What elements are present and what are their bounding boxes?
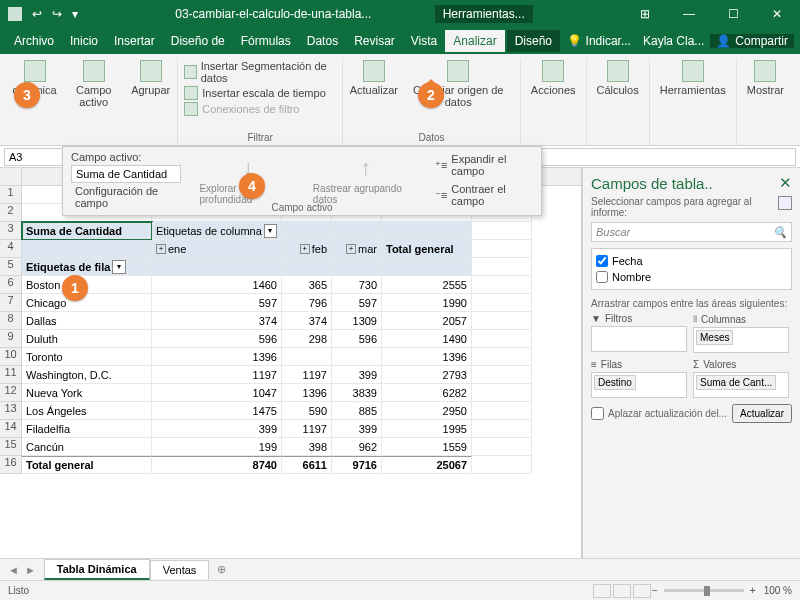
sheet-tab-tabla-dinamica[interactable]: Tabla Dinámica (44, 559, 150, 580)
tab-insertar[interactable]: Insertar (106, 30, 163, 52)
status-bar: Listo − + 100 % (0, 580, 800, 600)
contraer-campo-button[interactable]: ⁻≡ Contraer el campo (435, 183, 533, 207)
update-button[interactable]: Actualizar (732, 404, 792, 423)
share-button[interactable]: 👤 Compartir (710, 34, 794, 48)
status-ready: Listo (8, 585, 29, 596)
zoom-level: 100 % (764, 585, 792, 596)
title-bar: ↩ ↪ ▾ 03-cambiar-el-calculo-de-una-tabla… (0, 0, 800, 28)
callout-4: 4 (239, 173, 265, 199)
escala-tiempo-button[interactable]: Insertar escala de tiempo (184, 86, 336, 100)
rastrear-datos-button[interactable]: ↑Rastrear agrupando datos (313, 155, 419, 205)
area-valores[interactable]: Σ Valores Suma de Cant... (693, 359, 789, 398)
tab-analizar[interactable]: Analizar (445, 30, 504, 52)
minimize-icon[interactable]: — (674, 7, 704, 21)
tab-vista[interactable]: Vista (403, 30, 445, 52)
tab-diseno[interactable]: Diseño (507, 30, 560, 52)
save-icon[interactable] (8, 7, 22, 21)
herramientas-button[interactable]: Herramientas (656, 58, 730, 145)
field-pane-subtitle: Seleccionar campos para agregar al infor… (591, 196, 772, 218)
field-nombre[interactable]: Nombre (596, 269, 787, 285)
area-filas[interactable]: ≡ Filas Destino (591, 359, 687, 398)
campo-activo-group-label: Campo activo (271, 202, 332, 213)
user-account[interactable]: Kayla Cla... (637, 34, 710, 48)
expandir-campo-button[interactable]: ⁺≡ Expandir el campo (435, 153, 533, 177)
filtrar-group-label: Filtrar (247, 130, 273, 145)
calculos-button[interactable]: Cálculos (593, 58, 643, 145)
campo-activo-input[interactable] (71, 165, 181, 183)
view-normal-icon[interactable] (593, 584, 611, 598)
sheet-next-icon[interactable]: ► (25, 564, 36, 576)
tab-formulas[interactable]: Fórmulas (233, 30, 299, 52)
sheet-tab-ventas[interactable]: Ventas (150, 560, 210, 579)
field-list[interactable]: Fecha Nombre (591, 248, 792, 290)
callout-1: 1 (62, 275, 88, 301)
sheet-prev-icon[interactable]: ◄ (8, 564, 19, 576)
field-fecha[interactable]: Fecha (596, 253, 787, 269)
configuracion-campo-button[interactable]: Configuración de campo (71, 185, 183, 209)
mostrar-button[interactable]: Mostrar (743, 58, 788, 145)
callout-2: 2 (418, 82, 444, 108)
zoom-out-icon[interactable]: − (652, 585, 658, 596)
document-title: 03-cambiar-el-calculo-de-una-tabla... (175, 7, 371, 21)
defer-checkbox[interactable] (591, 407, 604, 420)
tab-inicio[interactable]: Inicio (62, 30, 106, 52)
tell-me[interactable]: 💡 Indicar... (561, 34, 637, 48)
add-sheet-icon[interactable]: ⊕ (209, 563, 234, 576)
tab-datos[interactable]: Datos (299, 30, 346, 52)
campo-activo-button[interactable]: Campo activo (61, 58, 126, 145)
callout-3: 3 (14, 82, 40, 108)
undo-icon[interactable]: ↩ (32, 7, 42, 21)
tab-diseno-pagina[interactable]: Diseño de (163, 30, 233, 52)
ribbon: dinámica Campo activo Agrupar Insertar S… (0, 54, 800, 146)
tab-revisar[interactable]: Revisar (346, 30, 403, 52)
defer-label: Aplazar actualización del... (608, 408, 727, 419)
close-icon[interactable]: ✕ (762, 7, 792, 21)
sheet-tab-bar: ◄ ► Tabla Dinámica Ventas ⊕ (0, 558, 800, 580)
campo-activo-label: Campo activo: (71, 151, 183, 163)
campo-activo-dropdown: Campo activo: Configuración de campo ↓Ex… (62, 146, 542, 216)
pivot-field-pane: Campos de tabla.. ✕ Seleccionar campos p… (582, 168, 800, 558)
redo-icon[interactable]: ↪ (52, 7, 62, 21)
contextual-tab-label: Herramientas... (435, 5, 533, 23)
datos-group-label: Datos (418, 130, 444, 145)
segmentacion-button[interactable]: Insertar Segmentación de datos (184, 60, 336, 84)
zoom-slider[interactable] (664, 589, 744, 592)
maximize-icon[interactable]: ☐ (718, 7, 748, 21)
field-pane-close-icon[interactable]: ✕ (779, 174, 792, 192)
ribbon-options-icon[interactable]: ⊞ (630, 7, 660, 21)
area-filtros[interactable]: ▼ Filtros (591, 313, 687, 353)
view-layout-icon[interactable] (613, 584, 631, 598)
field-pane-options-icon[interactable] (778, 196, 792, 210)
view-break-icon[interactable] (633, 584, 651, 598)
tab-archivo[interactable]: Archivo (6, 30, 62, 52)
conexiones-filtro-button[interactable]: Conexiones de filtro (184, 102, 336, 116)
acciones-button[interactable]: Acciones (527, 58, 580, 145)
area-columnas[interactable]: ⦀ Columnas Meses (693, 313, 789, 353)
actualizar-button[interactable]: Actualizar (349, 58, 398, 130)
field-pane-title: Campos de tabla.. (591, 175, 713, 192)
agrupar-button[interactable]: Agrupar (130, 58, 171, 145)
spreadsheet-grid[interactable]: A B C D E F 123Suma de CantidadEtiquetas… (0, 168, 582, 558)
field-search-input[interactable]: Buscar🔍 (591, 222, 792, 242)
menu-bar: Archivo Inicio Insertar Diseño de Fórmul… (0, 28, 800, 54)
drag-hint: Arrastrar campos entre las áreas siguien… (591, 298, 792, 309)
zoom-in-icon[interactable]: + (750, 585, 756, 596)
